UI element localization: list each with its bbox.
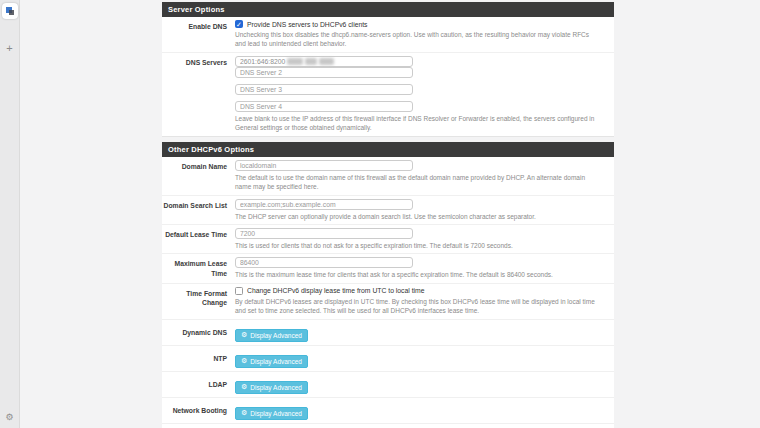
enable-dns-label: Enable DNS [162, 20, 235, 49]
redacted-segment [305, 58, 317, 65]
gear-icon[interactable]: ⚙ [5, 412, 13, 422]
other-dhcpv6-options-header: Other DHCPv6 Options [162, 142, 614, 157]
maximum-lease-time-row: Maximum Lease Time This is the maximum l… [162, 254, 614, 283]
enable-dns-checkbox-label: Provide DNS servers to DHCPv6 clients [247, 21, 368, 28]
ldap-label: LDAP [162, 380, 235, 389]
gear-icon: ⚙ [241, 384, 247, 391]
other-dhcpv6-options-panel: Other DHCPv6 Options Domain Name The def… [162, 142, 614, 428]
dynamic-dns-display-advanced-button[interactable]: ⚙ Display Advanced [235, 329, 308, 342]
domain-name-row: Domain Name The default is to use the do… [162, 157, 614, 196]
maximum-lease-time-input[interactable] [235, 257, 413, 268]
dns-servers-label: DNS Servers [162, 56, 235, 133]
dynamic-dns-row: Dynamic DNS ⚙ Display Advanced [162, 320, 614, 346]
dns-servers-row: DNS Servers 2601:646:8200 Leave blank to… [162, 53, 614, 137]
network-booting-display-advanced-button[interactable]: ⚙ Display Advanced [235, 407, 308, 420]
time-format-change-checkbox-label: Change DHCPv6 display lease time from UT… [247, 287, 425, 294]
server-options-header: Server Options [162, 2, 614, 17]
ntp-display-advanced-button[interactable]: ⚙ Display Advanced [235, 355, 308, 368]
ntp-row: NTP ⚙ Display Advanced [162, 346, 614, 372]
network-booting-label: Network Booting [162, 406, 235, 415]
time-format-change-checkbox[interactable] [235, 287, 243, 295]
gear-icon: ⚙ [241, 358, 247, 365]
dhcpv6-settings-page: Server Options Enable DNS Provide DNS se… [162, 2, 614, 428]
server-options-panel: Server Options Enable DNS Provide DNS se… [162, 2, 614, 137]
favicon-icon [6, 7, 14, 15]
time-format-change-help: By default DHCPv6 leases are displayed i… [235, 297, 601, 316]
domain-name-input[interactable] [235, 160, 413, 171]
maximum-lease-time-label: Maximum Lease Time [162, 257, 235, 279]
new-tab-icon[interactable]: + [6, 43, 12, 54]
time-format-change-row: Time Format Change Change DHCPv6 display… [162, 284, 614, 320]
enable-dns-checkbox[interactable] [235, 20, 243, 28]
enable-dns-help: Unchecking this box disables the dhcp6.n… [235, 30, 601, 49]
gear-icon: ⚙ [241, 410, 247, 417]
time-format-change-label: Time Format Change [162, 287, 235, 316]
domain-search-list-label: Domain Search List [162, 199, 235, 221]
ldap-display-advanced-button[interactable]: ⚙ Display Advanced [235, 381, 308, 394]
dns-server-1-value: 2601:646:8200 [240, 58, 285, 65]
domain-name-help: The default is to use the domain name of… [235, 173, 601, 192]
redacted-segment [319, 58, 334, 65]
domain-search-list-input[interactable] [235, 199, 413, 210]
domain-name-label: Domain Name [162, 160, 235, 192]
default-lease-time-help: This is used for clients that do not ask… [235, 241, 601, 250]
dns-server-3-input[interactable] [235, 84, 413, 95]
domain-search-list-help: The DHCP server can optionally provide a… [235, 212, 601, 221]
display-advanced-label: Display Advanced [250, 384, 302, 391]
active-tab-favicon[interactable] [2, 3, 18, 19]
gear-icon: ⚙ [241, 332, 247, 339]
network-booting-row: Network Booting ⚙ Display Advanced [162, 398, 614, 424]
default-lease-time-label: Default Lease Time [162, 228, 235, 250]
redacted-segment [287, 58, 303, 65]
dns-server-2-input[interactable] [235, 67, 413, 78]
dynamic-dns-label: Dynamic DNS [162, 328, 235, 337]
browser-tab-strip: + ⚙ [0, 0, 20, 428]
ntp-label: NTP [162, 354, 235, 363]
dns-servers-help: Leave blank to use the IP address of thi… [235, 114, 601, 133]
display-advanced-label: Display Advanced [250, 410, 302, 417]
enable-dns-row: Enable DNS Provide DNS servers to DHCPv6… [162, 17, 614, 53]
ldap-row: LDAP ⚙ Display Advanced [162, 372, 614, 398]
display-advanced-label: Display Advanced [250, 358, 302, 365]
default-lease-time-row: Default Lease Time This is used for clie… [162, 225, 614, 254]
maximum-lease-time-help: This is the maximum lease time for clien… [235, 270, 601, 279]
display-advanced-label: Display Advanced [250, 332, 302, 339]
dns-server-1-input[interactable]: 2601:646:8200 [235, 56, 413, 67]
domain-search-list-row: Domain Search List The DHCP server can o… [162, 196, 614, 225]
dns-server-4-input[interactable] [235, 101, 413, 112]
additional-bootp-dhcp-options-row: Additional BOOTP/DHCP Options ⚙ Display … [162, 424, 614, 428]
default-lease-time-input[interactable] [235, 228, 413, 239]
